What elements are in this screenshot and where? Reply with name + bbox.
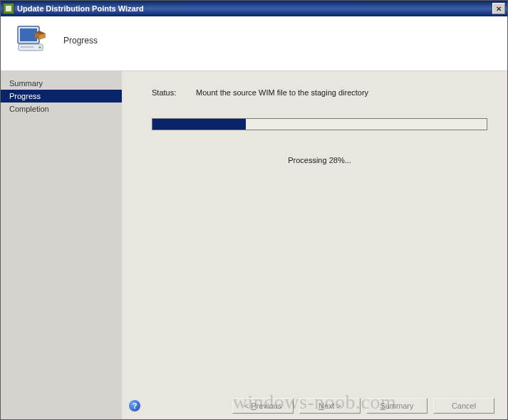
next-button[interactable]: Next > bbox=[299, 398, 361, 414]
cancel-button[interactable]: Cancel bbox=[433, 398, 494, 414]
sidebar-item-summary[interactable]: Summary bbox=[1, 77, 122, 90]
wizard-header: Progress bbox=[1, 16, 507, 70]
status-text: Mount the source WIM file to the staging… bbox=[196, 88, 368, 97]
sidebar-item-progress[interactable]: Progress bbox=[1, 90, 122, 103]
sidebar-item-completion[interactable]: Completion bbox=[1, 103, 122, 115]
status-label: Status: bbox=[152, 88, 196, 97]
main-pane: Status: Mount the source WIM file to the… bbox=[122, 71, 507, 420]
svg-rect-4 bbox=[21, 46, 33, 48]
wizard-steps-sidebar: Summary Progress Completion bbox=[1, 71, 122, 420]
page-title: Progress bbox=[63, 36, 98, 46]
processing-text: Processing 28%... bbox=[152, 156, 487, 164]
title-bar: Update Distribution Points Wizard ✕ bbox=[1, 1, 507, 16]
cancel-button-label: Cancel bbox=[452, 401, 476, 410]
svg-rect-1 bbox=[20, 28, 37, 41]
help-icon[interactable]: ? bbox=[129, 400, 140, 411]
window-title: Update Distribution Points Wizard bbox=[17, 4, 492, 13]
button-bar: ? < Previous Next > Summary Cancel bbox=[122, 391, 507, 420]
summary-button-label: Summary bbox=[380, 401, 413, 410]
content-area: Summary Progress Completion Status: Moun… bbox=[1, 70, 507, 420]
app-icon bbox=[3, 3, 14, 14]
previous-button[interactable]: < Previous bbox=[232, 398, 294, 414]
status-row: Status: Mount the source WIM file to the… bbox=[152, 88, 487, 97]
computer-monitor-icon bbox=[14, 23, 48, 58]
next-button-label: Next > bbox=[318, 401, 341, 410]
progress-fill bbox=[152, 119, 246, 130]
summary-button[interactable]: Summary bbox=[366, 398, 427, 414]
svg-point-3 bbox=[39, 46, 41, 48]
previous-button-label: < Previous bbox=[244, 401, 281, 410]
close-button[interactable]: ✕ bbox=[492, 3, 505, 14]
progress-bar bbox=[152, 118, 487, 130]
